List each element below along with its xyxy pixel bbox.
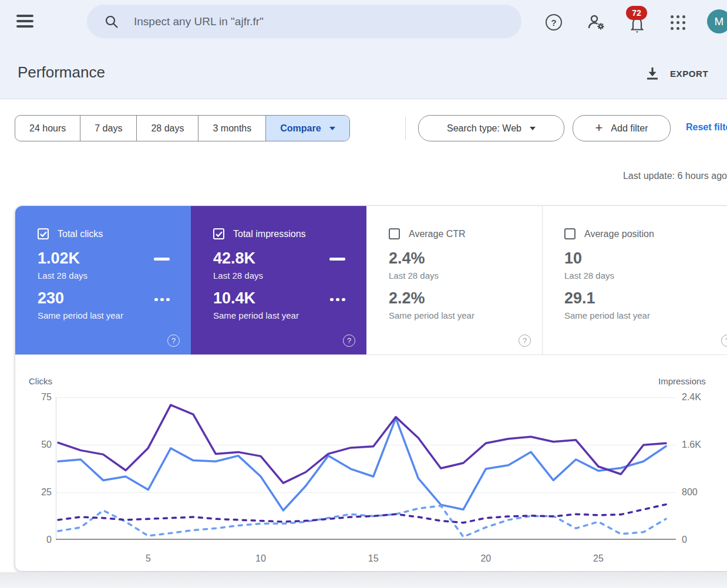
average-ctr-checkbox[interactable] — [389, 228, 400, 239]
y-axis-tick: 0 — [682, 535, 687, 545]
compare-label: Compare — [280, 123, 321, 134]
add-filter-button[interactable]: + Add filter — [573, 115, 671, 141]
y-axis-tick: 25 — [27, 488, 52, 497]
card-secondary-caption: Same period last year — [213, 310, 366, 320]
y-axis-tick: 800 — [682, 488, 698, 497]
card-primary-caption: Last 28 days — [213, 271, 366, 281]
search-icon — [105, 15, 119, 29]
y-axis-tick: 2.4K — [682, 393, 701, 402]
chip-28-days[interactable]: 28 days — [137, 116, 198, 141]
date-range-selector: 24 hours 7 days 28 days 3 months Compare — [15, 115, 350, 141]
reset-filters-link[interactable]: Reset filters — [686, 122, 727, 133]
card-secondary-caption: Same period last year — [564, 310, 727, 320]
performance-panel: Total clicks 1.02K Last 28 days 230 Same… — [15, 205, 727, 572]
apps-grid-icon[interactable] — [668, 13, 687, 32]
card-label: Total clicks — [58, 229, 103, 239]
plus-icon: + — [595, 121, 603, 134]
x-axis-tick: 15 — [368, 553, 379, 564]
hamburger-menu-icon[interactable] — [16, 15, 33, 28]
card-average-position[interactable]: Average position 10 Last 28 days 29.1 Sa… — [542, 206, 727, 354]
x-axis-tick: 10 — [255, 553, 266, 564]
export-button[interactable]: EXPORT — [645, 66, 708, 81]
help-icon[interactable]: ? — [519, 334, 531, 347]
last-update-text: Last update: 6 hours ago — [623, 171, 727, 181]
chip-3-months[interactable]: 3 months — [198, 116, 266, 141]
help-icon[interactable]: ? — [721, 334, 727, 347]
x-axis-tick: 25 — [593, 553, 604, 564]
metric-cards-row: Total clicks 1.02K Last 28 days 230 Same… — [15, 206, 727, 355]
notification-count-badge: 72 — [626, 6, 647, 20]
solid-line-legend — [329, 258, 345, 261]
url-inspect-searchbox[interactable] — [87, 5, 521, 38]
card-total-clicks[interactable]: Total clicks 1.02K Last 28 days 230 Same… — [15, 206, 191, 354]
chevron-down-icon — [329, 127, 335, 130]
average-position-checkbox[interactable] — [564, 228, 575, 239]
y-axis-tick: 1.6K — [682, 440, 701, 450]
help-icon[interactable]: ? — [544, 13, 563, 32]
card-secondary-caption: Same period last year — [38, 310, 191, 320]
performance-line-chart — [56, 397, 676, 540]
total-clicks-checkbox[interactable] — [38, 228, 49, 239]
card-secondary-value: 29.1 — [564, 290, 727, 306]
card-primary-caption: Last 28 days — [38, 271, 191, 281]
card-label: Average CTR — [409, 229, 466, 239]
add-filter-label: Add filter — [611, 123, 648, 134]
card-label: Average position — [584, 229, 654, 239]
y-axis-tick: 75 — [27, 393, 52, 402]
left-axis-title: Clicks — [29, 376, 52, 386]
card-primary-value: 2.4% — [389, 251, 542, 266]
dashed-line-legend — [330, 298, 346, 301]
help-icon[interactable]: ? — [343, 334, 355, 347]
user-settings-icon[interactable] — [587, 13, 605, 32]
x-axis-tick: 5 — [146, 553, 151, 564]
download-icon — [645, 66, 660, 81]
search-type-dropdown[interactable]: Search type: Web — [418, 115, 564, 141]
card-total-impressions[interactable]: Total impressions 42.8K Last 28 days 10.… — [191, 206, 366, 354]
x-axis-tick: 20 — [480, 553, 491, 564]
dashed-line-legend — [154, 298, 170, 301]
total-impressions-checkbox[interactable] — [213, 228, 224, 239]
card-primary-value: 10 — [564, 251, 727, 266]
card-primary-caption: Last 28 days — [389, 271, 542, 281]
filter-divider — [405, 117, 406, 140]
right-axis-title: Impressions — [658, 376, 706, 386]
export-label: EXPORT — [670, 69, 708, 79]
chevron-down-icon — [530, 127, 536, 130]
chip-compare[interactable]: Compare — [266, 116, 349, 141]
chip-7-days[interactable]: 7 days — [80, 116, 137, 141]
y-axis-tick: 0 — [27, 535, 52, 545]
help-icon[interactable]: ? — [167, 334, 180, 347]
avatar[interactable]: M — [707, 9, 727, 33]
page-bottom-edge — [0, 572, 727, 588]
search-type-label: Search type: Web — [447, 123, 521, 134]
chip-24-hours[interactable]: 24 hours — [15, 116, 80, 141]
card-divider — [542, 206, 543, 355]
card-secondary-value: 2.2% — [389, 290, 542, 306]
card-label: Total impressions — [233, 229, 306, 239]
solid-line-legend — [154, 258, 170, 261]
card-primary-caption: Last 28 days — [564, 271, 727, 281]
card-secondary-caption: Same period last year — [389, 310, 542, 320]
page-title: Performance — [18, 63, 105, 82]
card-average-ctr[interactable]: Average CTR 2.4% Last 28 days 2.2% Same … — [366, 206, 542, 354]
y-axis-tick: 50 — [27, 440, 52, 450]
search-input[interactable] — [134, 15, 486, 28]
